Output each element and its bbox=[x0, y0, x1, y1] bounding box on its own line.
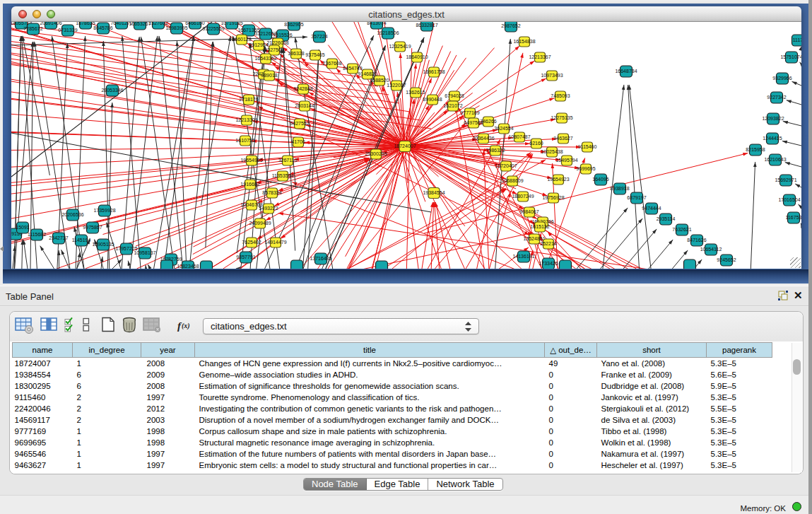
svg-text:9975867: 9975867 bbox=[83, 225, 102, 230]
svg-text:12093822: 12093822 bbox=[762, 116, 784, 121]
svg-text:28053346: 28053346 bbox=[101, 88, 123, 93]
svg-text:1322037: 1322037 bbox=[387, 83, 406, 88]
svg-text:7986322: 7986322 bbox=[486, 148, 505, 153]
svg-text:186328: 186328 bbox=[288, 51, 304, 56]
svg-text:8215958: 8215958 bbox=[746, 147, 765, 152]
svg-text:9427552: 9427552 bbox=[290, 121, 309, 126]
svg-text:7632621: 7632621 bbox=[672, 227, 691, 232]
svg-text:9857791: 9857791 bbox=[236, 255, 255, 259]
svg-text:12325419: 12325419 bbox=[389, 44, 411, 49]
svg-text:3267110: 3267110 bbox=[278, 158, 298, 163]
svg-text:8471626: 8471626 bbox=[687, 238, 706, 243]
svg-text:1878635: 1878635 bbox=[76, 22, 95, 25]
svg-text:14136141: 14136141 bbox=[512, 254, 534, 259]
svg-text:1115682: 1115682 bbox=[28, 232, 46, 237]
svg-text:3624554: 3624554 bbox=[494, 126, 513, 131]
svg-text:21226058: 21226058 bbox=[266, 40, 288, 45]
svg-text:16648784: 16648784 bbox=[615, 69, 637, 74]
svg-text:12905135: 12905135 bbox=[92, 242, 114, 247]
svg-text:1610755: 1610755 bbox=[235, 138, 254, 143]
svg-text:13524851: 13524851 bbox=[523, 236, 545, 241]
svg-text:20691406: 20691406 bbox=[40, 22, 61, 25]
svg-text:9327509: 9327509 bbox=[264, 47, 283, 52]
svg-text:8645786: 8645786 bbox=[93, 25, 112, 30]
svg-text:6466160: 6466160 bbox=[185, 22, 204, 25]
svg-text:18983995: 18983995 bbox=[165, 25, 187, 30]
svg-text:2718176: 2718176 bbox=[239, 97, 258, 102]
svg-text:25300295: 25300295 bbox=[365, 151, 387, 156]
svg-text:41700: 41700 bbox=[291, 139, 305, 144]
svg-text:9146821: 9146821 bbox=[358, 71, 377, 76]
svg-text:9777169: 9777169 bbox=[460, 110, 479, 115]
svg-text:16154838: 16154838 bbox=[513, 39, 535, 44]
svg-text:7515526: 7515526 bbox=[273, 33, 292, 37]
svg-text:0731339: 0731339 bbox=[58, 28, 77, 33]
svg-text:12213309: 12213309 bbox=[235, 117, 257, 122]
svg-text:12823468: 12823468 bbox=[177, 264, 199, 269]
svg-text:1588520: 1588520 bbox=[370, 78, 389, 83]
svg-text:8938918: 8938918 bbox=[610, 186, 629, 191]
svg-text:8990448: 8990448 bbox=[423, 97, 442, 102]
svg-text:6794028: 6794028 bbox=[445, 93, 464, 98]
svg-text:2803144: 2803144 bbox=[295, 103, 314, 108]
svg-text:12275135: 12275135 bbox=[551, 115, 572, 120]
svg-text:10807487: 10807487 bbox=[508, 134, 530, 139]
svg-text:8362905: 8362905 bbox=[284, 22, 303, 27]
svg-text:2987652: 2987652 bbox=[501, 23, 520, 28]
svg-text:1621072: 1621072 bbox=[443, 103, 462, 108]
svg-text:9245652: 9245652 bbox=[717, 257, 736, 262]
svg-text:17016504: 17016504 bbox=[778, 197, 800, 202]
svg-text:1733426: 1733426 bbox=[539, 261, 558, 266]
svg-text:7285672: 7285672 bbox=[23, 26, 42, 31]
svg-text:1117: 1117 bbox=[793, 37, 801, 42]
svg-text:15091: 15091 bbox=[16, 225, 30, 230]
svg-text:19218506: 19218506 bbox=[377, 30, 399, 35]
svg-text:62160: 62160 bbox=[529, 141, 543, 146]
svg-text:1362615: 1362615 bbox=[406, 90, 425, 95]
svg-text:8454749: 8454749 bbox=[343, 66, 362, 71]
svg-text:17359928: 17359928 bbox=[93, 208, 115, 213]
svg-text:10025438: 10025438 bbox=[541, 149, 563, 154]
svg-text:15720407: 15720407 bbox=[495, 163, 517, 168]
svg-text:9329966: 9329966 bbox=[772, 76, 792, 81]
svg-text:9084067: 9084067 bbox=[519, 209, 539, 214]
svg-text:24099489: 24099489 bbox=[249, 221, 271, 226]
svg-text:1615132: 1615132 bbox=[530, 224, 549, 229]
svg-text:6497568: 6497568 bbox=[464, 120, 483, 125]
svg-text:1244415: 1244415 bbox=[763, 136, 782, 141]
svg-text:2935114: 2935114 bbox=[657, 216, 676, 221]
svg-text:10719185: 10719185 bbox=[220, 22, 242, 25]
svg-text:6879197: 6879197 bbox=[627, 195, 646, 200]
svg-text:8578334: 8578334 bbox=[262, 190, 281, 195]
svg-text:9463627: 9463627 bbox=[553, 136, 572, 141]
svg-text:18724007: 18724007 bbox=[394, 144, 416, 148]
svg-text:15751074: 15751074 bbox=[780, 54, 801, 59]
svg-text:18807249: 18807249 bbox=[512, 194, 534, 199]
svg-text:12213367: 12213367 bbox=[529, 54, 551, 59]
svg-text:18640910: 18640910 bbox=[406, 54, 428, 59]
svg-text:1916682: 1916682 bbox=[240, 182, 259, 187]
svg-text:20206536: 20206536 bbox=[61, 212, 83, 217]
svg-text:8912954: 8912954 bbox=[249, 42, 268, 47]
svg-text:164095: 164095 bbox=[592, 177, 608, 182]
svg-text:13716485: 13716485 bbox=[310, 256, 331, 261]
svg-text:9227342: 9227342 bbox=[767, 95, 786, 100]
svg-text:20364436: 20364436 bbox=[472, 136, 494, 141]
svg-text:91225559: 91225559 bbox=[202, 26, 224, 31]
svg-text:10654112: 10654112 bbox=[700, 247, 722, 252]
svg-text:15692971: 15692971 bbox=[775, 177, 796, 182]
svg-text:9375465: 9375465 bbox=[305, 52, 324, 57]
svg-text:8413074: 8413074 bbox=[367, 22, 386, 25]
svg-text:989018: 989018 bbox=[261, 73, 277, 78]
svg-text:252214: 252214 bbox=[540, 241, 556, 246]
svg-text:19654985: 19654985 bbox=[240, 158, 262, 163]
svg-text:19756928: 19756928 bbox=[542, 195, 564, 200]
svg-text:(x): (x) bbox=[182, 322, 190, 330]
svg-text:8660128: 8660128 bbox=[232, 37, 251, 42]
svg-text:7485093: 7485093 bbox=[551, 93, 570, 98]
svg-text:10688609: 10688609 bbox=[501, 178, 523, 183]
svg-text:14914479: 14914479 bbox=[264, 240, 286, 245]
svg-text:7625402: 7625402 bbox=[242, 240, 261, 245]
svg-text:10973493: 10973493 bbox=[541, 73, 563, 78]
svg-text:9115460: 9115460 bbox=[578, 144, 597, 149]
